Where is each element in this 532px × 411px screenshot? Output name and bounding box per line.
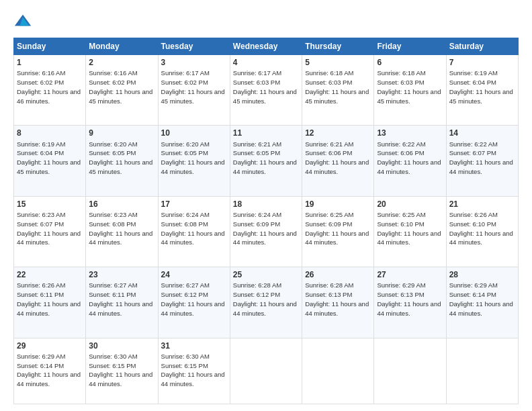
day-info: Sunrise: 6:21 AMSunset: 6:05 PMDaylight:… [233,140,297,175]
calendar-day-cell: 11 Sunrise: 6:21 AMSunset: 6:05 PMDaylig… [230,126,302,196]
logo [13,12,35,31]
day-number: 1 [17,57,83,68]
page: SundayMondayTuesdayWednesdayThursdayFrid… [0,0,532,411]
calendar-day-cell: 15 Sunrise: 6:23 AMSunset: 6:07 PMDaylig… [14,196,86,267]
calendar-day-header: Friday [374,38,446,55]
calendar-day-header: Tuesday [158,38,230,55]
calendar-week-row: 8 Sunrise: 6:19 AMSunset: 6:04 PMDayligh… [14,126,519,196]
day-number: 9 [89,128,154,138]
day-info: Sunrise: 6:19 AMSunset: 6:04 PMDaylight:… [449,69,513,104]
calendar-week-row: 15 Sunrise: 6:23 AMSunset: 6:07 PMDaylig… [14,196,519,267]
calendar-day-cell: 19 Sunrise: 6:25 AMSunset: 6:09 PMDaylig… [302,196,374,267]
day-number: 20 [377,199,443,210]
calendar-day-cell: 5 Sunrise: 6:18 AMSunset: 6:03 PMDayligh… [302,55,374,126]
day-number: 6 [377,57,443,68]
day-number: 31 [161,340,227,351]
day-number: 27 [377,269,443,280]
day-number: 28 [449,269,515,280]
day-info: Sunrise: 6:16 AMSunset: 6:02 PMDaylight:… [17,69,81,104]
calendar-day-cell: 6 Sunrise: 6:18 AMSunset: 6:03 PMDayligh… [374,55,446,126]
day-number: 7 [449,57,515,68]
calendar-day-cell: 18 Sunrise: 6:24 AMSunset: 6:09 PMDaylig… [230,196,302,267]
calendar-day-cell: 31 Sunrise: 6:30 AMSunset: 6:15 PMDaylig… [158,338,230,404]
day-number: 18 [233,199,299,210]
calendar-day-cell: 16 Sunrise: 6:23 AMSunset: 6:08 PMDaylig… [86,196,158,267]
day-info: Sunrise: 6:29 AMSunset: 6:14 PMDaylight:… [17,353,81,387]
calendar-week-row: 22 Sunrise: 6:26 AMSunset: 6:11 PMDaylig… [14,267,519,338]
day-number: 13 [377,128,443,138]
day-number: 22 [17,269,83,280]
calendar-day-cell: 23 Sunrise: 6:27 AMSunset: 6:11 PMDaylig… [86,267,158,338]
calendar-day-cell: 25 Sunrise: 6:28 AMSunset: 6:12 PMDaylig… [230,267,302,338]
calendar-day-cell [374,338,446,404]
day-number: 12 [305,128,371,138]
day-number: 29 [17,340,83,351]
day-info: Sunrise: 6:25 AMSunset: 6:10 PMDaylight:… [377,211,441,246]
day-info: Sunrise: 6:28 AMSunset: 6:13 PMDaylight:… [305,281,369,316]
day-number: 17 [161,199,227,210]
day-info: Sunrise: 6:24 AMSunset: 6:08 PMDaylight:… [161,211,225,246]
day-number: 30 [89,340,154,351]
day-info: Sunrise: 6:17 AMSunset: 6:02 PMDaylight:… [161,69,225,104]
calendar-day-cell: 2 Sunrise: 6:16 AMSunset: 6:02 PMDayligh… [86,55,158,126]
day-number: 15 [17,199,83,210]
day-number: 21 [449,199,515,210]
calendar-day-cell: 1 Sunrise: 6:16 AMSunset: 6:02 PMDayligh… [14,55,86,126]
day-number: 14 [449,128,515,138]
day-info: Sunrise: 6:22 AMSunset: 6:06 PMDaylight:… [377,140,441,175]
calendar-day-header: Wednesday [230,38,302,55]
calendar-day-cell: 10 Sunrise: 6:20 AMSunset: 6:05 PMDaylig… [158,126,230,196]
calendar-day-header: Monday [86,38,158,55]
calendar-week-row: 29 Sunrise: 6:29 AMSunset: 6:14 PMDaylig… [14,338,519,404]
calendar-day-cell: 14 Sunrise: 6:22 AMSunset: 6:07 PMDaylig… [446,126,518,196]
calendar-day-cell: 17 Sunrise: 6:24 AMSunset: 6:08 PMDaylig… [158,196,230,267]
day-info: Sunrise: 6:25 AMSunset: 6:09 PMDaylight:… [305,211,369,246]
calendar-day-header: Thursday [302,38,374,55]
day-info: Sunrise: 6:20 AMSunset: 6:05 PMDaylight:… [89,140,152,175]
day-info: Sunrise: 6:23 AMSunset: 6:07 PMDaylight:… [17,211,81,246]
day-number: 26 [305,269,371,280]
calendar-day-header: Sunday [14,38,86,55]
day-info: Sunrise: 6:26 AMSunset: 6:10 PMDaylight:… [449,211,513,246]
day-number: 16 [89,199,154,210]
day-info: Sunrise: 6:21 AMSunset: 6:06 PMDaylight:… [305,140,369,175]
calendar-day-cell: 28 Sunrise: 6:29 AMSunset: 6:14 PMDaylig… [446,267,518,338]
day-number: 5 [305,57,371,68]
calendar-day-cell: 4 Sunrise: 6:17 AMSunset: 6:03 PMDayligh… [230,55,302,126]
day-number: 24 [161,269,227,280]
day-info: Sunrise: 6:23 AMSunset: 6:08 PMDaylight:… [89,211,152,246]
day-number: 11 [233,128,299,138]
day-info: Sunrise: 6:29 AMSunset: 6:13 PMDaylight:… [377,281,441,316]
header [13,12,519,31]
calendar-day-cell: 24 Sunrise: 6:27 AMSunset: 6:12 PMDaylig… [158,267,230,338]
day-number: 3 [161,57,227,68]
calendar-day-cell: 8 Sunrise: 6:19 AMSunset: 6:04 PMDayligh… [14,126,86,196]
day-info: Sunrise: 6:18 AMSunset: 6:03 PMDaylight:… [305,69,369,104]
day-info: Sunrise: 6:18 AMSunset: 6:03 PMDaylight:… [377,69,441,104]
calendar-day-cell: 9 Sunrise: 6:20 AMSunset: 6:05 PMDayligh… [86,126,158,196]
logo-icon [13,12,32,31]
day-info: Sunrise: 6:24 AMSunset: 6:09 PMDaylight:… [233,211,297,246]
calendar-day-header: Saturday [446,38,518,55]
day-info: Sunrise: 6:17 AMSunset: 6:03 PMDaylight:… [233,69,297,104]
day-info: Sunrise: 6:27 AMSunset: 6:11 PMDaylight:… [89,281,152,316]
day-info: Sunrise: 6:30 AMSunset: 6:15 PMDaylight:… [89,353,152,387]
day-info: Sunrise: 6:19 AMSunset: 6:04 PMDaylight:… [17,140,81,175]
day-number: 2 [89,57,154,68]
calendar-day-cell: 12 Sunrise: 6:21 AMSunset: 6:06 PMDaylig… [302,126,374,196]
day-number: 8 [17,128,83,138]
calendar-week-row: 1 Sunrise: 6:16 AMSunset: 6:02 PMDayligh… [14,55,519,126]
calendar-table: SundayMondayTuesdayWednesdayThursdayFrid… [13,38,519,404]
calendar-day-cell: 13 Sunrise: 6:22 AMSunset: 6:06 PMDaylig… [374,126,446,196]
calendar-day-cell [302,338,374,404]
calendar-day-cell [230,338,302,404]
day-number: 10 [161,128,227,138]
calendar-day-cell: 22 Sunrise: 6:26 AMSunset: 6:11 PMDaylig… [14,267,86,338]
calendar-day-cell: 27 Sunrise: 6:29 AMSunset: 6:13 PMDaylig… [374,267,446,338]
day-number: 23 [89,269,154,280]
day-info: Sunrise: 6:30 AMSunset: 6:15 PMDaylight:… [161,353,225,387]
calendar-day-cell: 29 Sunrise: 6:29 AMSunset: 6:14 PMDaylig… [14,338,86,404]
calendar-day-cell: 7 Sunrise: 6:19 AMSunset: 6:04 PMDayligh… [446,55,518,126]
calendar-day-cell [446,338,518,404]
day-number: 4 [233,57,299,68]
